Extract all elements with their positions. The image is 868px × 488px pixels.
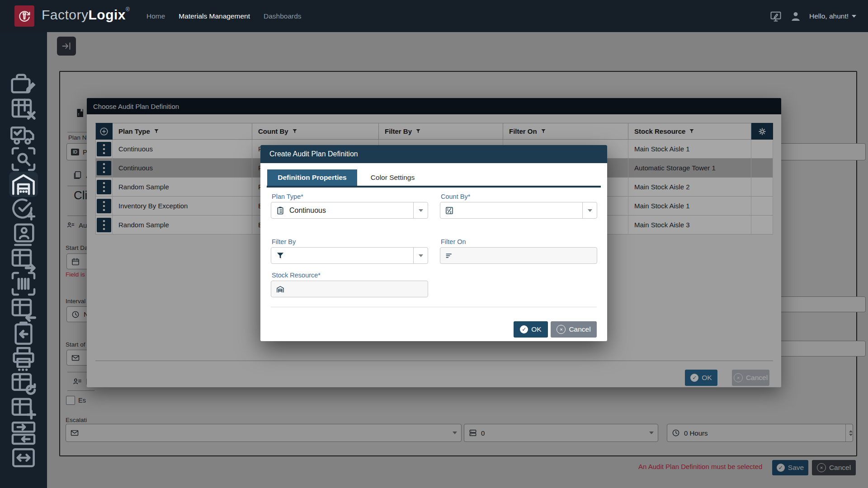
filter-by-label: Filter By — [272, 238, 296, 245]
main-nav: Home Materials Management Dashboards — [146, 0, 302, 32]
chevron-down-icon — [419, 254, 423, 257]
stock-resource-field[interactable] — [271, 281, 428, 297]
create-cancel-button[interactable]: × Cancel — [551, 321, 597, 338]
count-by-dropdown-button[interactable] — [582, 202, 597, 218]
sidebar-item-panels-transfer[interactable] — [9, 422, 38, 444]
filter-by-dropdown-button[interactable] — [413, 248, 428, 263]
sidebar-item-resize-horizontal[interactable] — [9, 446, 38, 469]
svg-text:1: 1 — [447, 208, 449, 211]
app-window: FactoryLogix® Home Materials Management … — [0, 0, 868, 488]
create-modal-title: Create Audit Plan Definition — [260, 145, 607, 163]
user-avatar-icon[interactable] — [789, 10, 802, 23]
svg-text:2: 2 — [450, 210, 452, 213]
plan-type-label: Plan Type* — [272, 193, 303, 200]
sidebar-item-check-circle-plus[interactable] — [9, 198, 38, 221]
left-sidebar — [0, 32, 47, 488]
count-by-label: Count By* — [441, 193, 470, 200]
nav-dashboards[interactable]: Dashboards — [264, 12, 302, 20]
create-ok-label: OK — [531, 325, 541, 333]
sidebar-item-table-refresh[interactable] — [9, 372, 38, 394]
brand-registered-mark: ® — [126, 6, 130, 13]
check-circle-icon: ✓ — [520, 325, 528, 333]
nav-home[interactable]: Home — [146, 12, 165, 20]
create-audit-plan-modal: Create Audit Plan Definition Definition … — [260, 145, 607, 341]
brand-title: FactoryLogix® — [42, 6, 130, 23]
bolt-recycle-icon — [17, 9, 32, 23]
sidebar-item-printer[interactable] — [9, 347, 38, 370]
chevron-down-icon — [852, 15, 856, 18]
sidebar-item-table-import[interactable] — [9, 297, 38, 320]
sidebar-item-briefcase-edit[interactable] — [9, 73, 38, 96]
stock-resource-label: Stock Resource* — [272, 272, 321, 279]
sidebar-item-table-add[interactable] — [9, 397, 38, 419]
filter-by-select[interactable] — [271, 247, 428, 264]
filter-on-field[interactable] — [440, 247, 597, 264]
sidebar-item-warehouse[interactable] — [9, 172, 38, 197]
create-ok-button[interactable]: ✓ OK — [514, 321, 548, 338]
top-bar: FactoryLogix® Home Materials Management … — [0, 0, 868, 32]
greeting-text: Hello, ahunt! — [809, 12, 849, 20]
create-cancel-label: Cancel — [569, 325, 590, 333]
user-menu[interactable]: Hello, ahunt! — [809, 12, 856, 20]
sidebar-item-table-remove[interactable] — [9, 98, 38, 121]
sidebar-item-table-export[interactable] — [9, 248, 38, 270]
plan-type-select[interactable]: Continuous — [271, 202, 428, 219]
warehouse-icon — [276, 285, 285, 294]
filter-lines-icon — [445, 251, 454, 260]
divider — [271, 307, 597, 307]
topbar-right: Hello, ahunt! — [769, 0, 856, 32]
scan-search-icon — [9, 145, 38, 174]
nav-materials-management[interactable]: Materials Management — [179, 12, 250, 20]
x-circle-icon: × — [557, 325, 566, 334]
tab-color-settings[interactable]: Color Settings — [361, 169, 425, 186]
plan-type-dropdown-button[interactable] — [413, 202, 428, 218]
sidebar-item-id-card[interactable] — [9, 223, 38, 245]
sidebar-item-clipboard-return[interactable] — [9, 322, 38, 345]
funnel-icon — [276, 251, 285, 260]
factorylogix-logo[interactable] — [14, 5, 34, 27]
brand-factory: Factory — [42, 7, 89, 22]
monitor-edit-icon[interactable] — [769, 10, 782, 23]
brand-logix: Logix — [89, 7, 126, 22]
clipboard-list-icon — [276, 206, 285, 215]
count-by-icon: 12 — [445, 206, 454, 215]
filter-on-label: Filter On — [441, 238, 466, 245]
tab-definition-properties[interactable]: Definition Properties — [267, 169, 357, 186]
chevron-down-icon — [419, 209, 423, 212]
tab-underline — [267, 186, 601, 188]
chevron-down-icon — [588, 209, 592, 212]
plan-type-value: Continuous — [289, 206, 326, 215]
sidebar-item-barcode-scan[interactable] — [9, 272, 38, 295]
sidebar-item-truck-check[interactable] — [9, 123, 38, 145]
sidebar-item-scan-search[interactable] — [9, 148, 38, 170]
count-by-select[interactable]: 12 — [440, 202, 597, 219]
create-modal-tabs: Definition Properties Color Settings — [267, 169, 425, 186]
resize-horizontal-icon — [9, 443, 38, 472]
